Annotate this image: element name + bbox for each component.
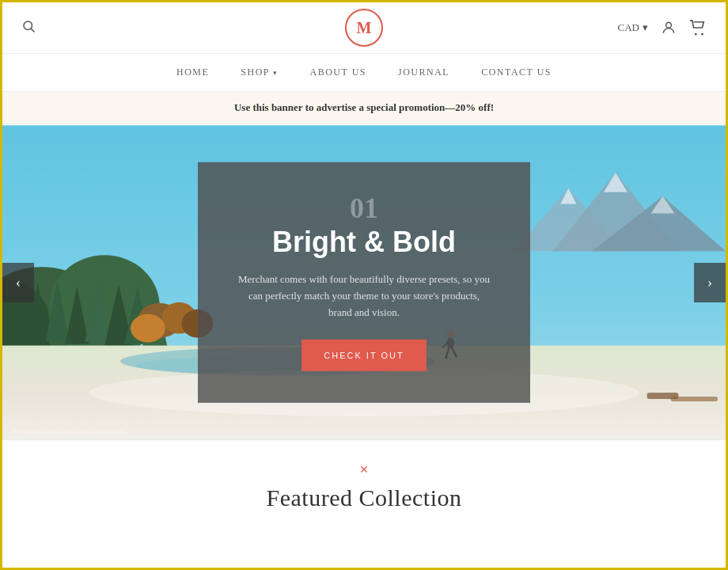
slide-title: Bright & Bold: [237, 226, 491, 259]
featured-title: Featured Collection: [18, 484, 710, 511]
header-left: [21, 19, 36, 36]
nav-item-home[interactable]: HOME: [176, 66, 209, 78]
svg-point-3: [695, 33, 697, 36]
header-right: CAD ▾: [618, 20, 707, 36]
nav-item-about[interactable]: ABOUT US: [310, 66, 366, 78]
main-nav: HOME SHOP ▾ ABOUT US JOURNAL CONTACT US: [2, 54, 726, 92]
slide-description: Merchant comes with four beautifully div…: [237, 272, 491, 321]
svg-rect-36: [670, 397, 718, 401]
featured-section: ✕ Featured Collection: [2, 441, 726, 527]
logo[interactable]: M: [345, 9, 383, 47]
prev-icon: ‹: [16, 275, 21, 291]
svg-point-25: [131, 314, 165, 343]
logo-mark[interactable]: M: [345, 9, 383, 47]
nav-item-shop[interactable]: SHOP ▾: [241, 66, 278, 78]
svg-point-0: [24, 21, 32, 30]
watermark: www.merchanttheme/store/cottage.com: [12, 427, 125, 435]
hero-card: 01 Bright & Bold Merchant comes with fou…: [198, 162, 530, 403]
logo-letter: M: [357, 19, 372, 37]
promo-banner: Use this banner to advertise a special p…: [2, 92, 726, 124]
nav-item-contact[interactable]: CONTACT US: [481, 66, 552, 78]
next-slide-button[interactable]: ›: [694, 263, 726, 302]
currency-selector[interactable]: CAD ▾: [618, 21, 648, 34]
top-header: M CAD ▾: [2, 2, 726, 54]
featured-icon: ✕: [18, 463, 710, 477]
shop-dropdown-icon: ▾: [273, 69, 279, 77]
next-icon: ›: [707, 275, 712, 291]
cart-button[interactable]: [689, 20, 707, 36]
promo-text: Use this banner to advertise a special p…: [234, 101, 494, 113]
account-button[interactable]: [661, 20, 677, 36]
hero-section: www.merchanttheme/store/cottage.com 01 B…: [2, 124, 726, 441]
chevron-down-icon: ▾: [643, 21, 648, 34]
currency-label: CAD: [618, 21, 639, 34]
svg-line-1: [31, 28, 34, 32]
svg-point-2: [666, 22, 672, 28]
svg-point-4: [701, 33, 703, 36]
cta-button[interactable]: CHECK IT OUT: [301, 340, 426, 371]
nav-item-journal[interactable]: JOURNAL: [398, 66, 449, 78]
search-button[interactable]: [21, 19, 36, 36]
slide-number: 01: [237, 194, 491, 222]
prev-slide-button[interactable]: ‹: [2, 263, 34, 302]
